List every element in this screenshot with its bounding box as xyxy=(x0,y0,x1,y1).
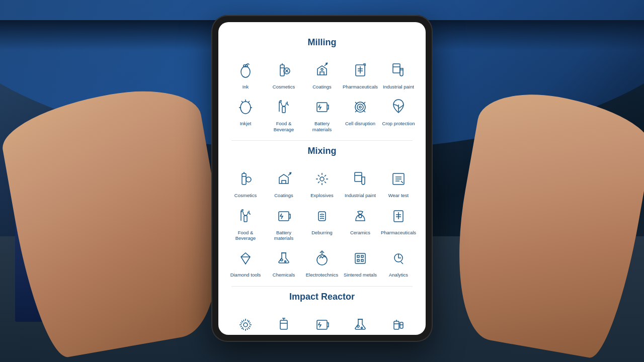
mixing-foodbev-label: Food & Beverage xyxy=(228,230,263,241)
milling-inkjet[interactable]: Inkjet xyxy=(226,93,265,135)
svg-point-25 xyxy=(285,261,286,262)
impact-battery-icon xyxy=(310,313,334,335)
impact-foodbev-icon xyxy=(272,313,295,335)
mix-pharma-icon xyxy=(387,205,410,228)
svg-point-11 xyxy=(357,104,363,110)
mixing-coatings[interactable]: Coatings xyxy=(265,164,303,201)
svg-rect-13 xyxy=(242,173,246,185)
milling-ink[interactable]: Ink xyxy=(226,56,265,93)
impact-pyrotechnics[interactable]: Pyrotechnics xyxy=(226,310,265,335)
milling-cosmetics[interactable]: Cosmetics xyxy=(265,56,303,93)
diamond-tools-icon xyxy=(234,247,257,270)
impact-chemicals[interactable]: Chemicals xyxy=(341,310,379,335)
svg-point-7 xyxy=(240,102,251,114)
milling-coatings[interactable]: Coatings xyxy=(303,56,341,93)
svg-point-0 xyxy=(241,66,250,77)
mixing-diamond-label: Diamond tools xyxy=(230,272,261,278)
svg-point-26 xyxy=(317,255,327,265)
svg-point-36 xyxy=(357,325,359,327)
coatings-icon xyxy=(310,59,334,82)
mixing-chemicals[interactable]: Chemicals xyxy=(265,244,303,281)
svg-point-24 xyxy=(281,259,283,261)
svg-point-21 xyxy=(359,215,362,218)
pyrotechnics-icon xyxy=(234,313,257,335)
screen-content: Milling Ink Cosmetics xyxy=(218,22,426,335)
mix-foodbev-icon xyxy=(234,205,257,228)
milling-crop-protection[interactable]: Crop protection xyxy=(379,93,418,135)
sintered-metals-icon xyxy=(349,247,372,270)
svg-rect-29 xyxy=(361,255,363,257)
svg-rect-16 xyxy=(355,172,362,182)
ceramics-icon xyxy=(349,205,372,228)
milling-food-beverage[interactable]: Food & Beverage xyxy=(265,93,303,135)
mixing-analytics[interactable]: Analytics xyxy=(379,244,418,281)
mixing-diamond-tools[interactable]: Diamond tools xyxy=(226,244,265,281)
milling-pharma-label: Pharmaceuticals xyxy=(343,84,378,89)
electrotechnics-icon xyxy=(310,247,334,270)
impact-cosmetics[interactable]: Cosmetics xyxy=(379,310,418,335)
mixing-battery[interactable]: Battery materials xyxy=(265,202,303,244)
mixing-wear-test[interactable]: Wear test xyxy=(379,164,418,201)
milling-pharmaceuticals[interactable]: Pharmaceuticals xyxy=(341,56,379,93)
milling-indpaint-label: Industrial paint xyxy=(383,84,414,89)
impact-food-beverage[interactable]: Food & Beverage xyxy=(265,310,303,335)
svg-rect-6 xyxy=(393,64,400,73)
svg-point-12 xyxy=(359,106,361,108)
cell-disruption-icon xyxy=(349,96,372,119)
svg-rect-8 xyxy=(282,107,285,113)
milling-battery[interactable]: Battery materials xyxy=(303,93,341,135)
mixing-pharma-label: Pharmaceuticals xyxy=(381,230,416,235)
battery-icon xyxy=(310,96,334,119)
mixing-electrotechnics[interactable]: Electrotechnics xyxy=(303,244,341,281)
svg-point-33 xyxy=(244,323,248,327)
milling-celldis-label: Cell disruption xyxy=(345,121,375,126)
tablet: Milling Ink Cosmetics xyxy=(211,15,433,342)
milling-cell-disruption[interactable]: Cell disruption xyxy=(341,93,379,135)
tablet-screen[interactable]: Milling Ink Cosmetics xyxy=(218,22,426,335)
svg-rect-38 xyxy=(394,321,399,329)
mixing-battery-label: Battery materials xyxy=(267,230,301,241)
pharma-icon xyxy=(349,59,372,82)
mixing-pharmaceuticals[interactable]: Pharmaceuticals xyxy=(379,202,418,244)
divider-1 xyxy=(231,140,413,141)
milling-industrial-paint[interactable]: Industrial paint xyxy=(379,56,418,93)
mixing-ceramics[interactable]: Ceramics xyxy=(341,202,379,244)
industrial-paint-icon xyxy=(387,59,410,82)
mix-battery-icon xyxy=(272,205,295,228)
section-title-mixing: Mixing xyxy=(223,146,421,156)
mixing-weartest-label: Wear test xyxy=(388,193,409,198)
impact-battery[interactable]: Battery materials xyxy=(303,310,341,335)
svg-point-4 xyxy=(321,68,323,70)
mixing-indpaint-label: Industrial paint xyxy=(345,193,376,198)
mixing-chemicals-label: Chemicals xyxy=(273,272,295,278)
milling-grid: Ink Cosmetics Coatings xyxy=(223,56,421,135)
svg-rect-30 xyxy=(357,259,359,261)
mix-coatings-icon xyxy=(272,167,295,191)
svg-point-14 xyxy=(246,177,251,182)
milling-foodbev-label: Food & Beverage xyxy=(267,121,301,132)
svg-rect-39 xyxy=(400,322,403,328)
mixing-food-beverage[interactable]: Food & Beverage xyxy=(226,202,265,244)
mixing-industrial-paint[interactable]: Industrial paint xyxy=(341,164,379,201)
svg-point-15 xyxy=(320,177,324,181)
mixing-cosmetics-label: Cosmetics xyxy=(234,193,257,198)
svg-marker-23 xyxy=(241,253,250,264)
food-bev-icon xyxy=(272,96,295,119)
section-title-impact: Impact Reactor xyxy=(223,292,421,302)
mixing-explosives[interactable]: Explosives xyxy=(303,164,341,201)
deburring-icon xyxy=(310,205,334,228)
milling-battery-label: Battery materials xyxy=(305,121,339,132)
mixing-cosmetics[interactable]: Cosmetics xyxy=(226,164,265,201)
explosives-icon xyxy=(310,167,334,191)
svg-rect-18 xyxy=(244,216,247,222)
analytics-icon xyxy=(387,247,410,270)
milling-cosmetics-label: Cosmetics xyxy=(273,84,295,89)
mixing-analytics-label: Analytics xyxy=(389,272,408,278)
ink-icon xyxy=(234,59,257,82)
impact-grid: Pyrotechnics Food & Beverage Battery mat… xyxy=(223,310,421,335)
mixing-deburring[interactable]: Deburring xyxy=(303,202,341,244)
mixing-sintered-metals[interactable]: Sintered metals xyxy=(341,244,379,281)
crop-protection-icon xyxy=(387,96,410,119)
svg-point-37 xyxy=(361,327,363,328)
divider-2 xyxy=(231,286,413,287)
